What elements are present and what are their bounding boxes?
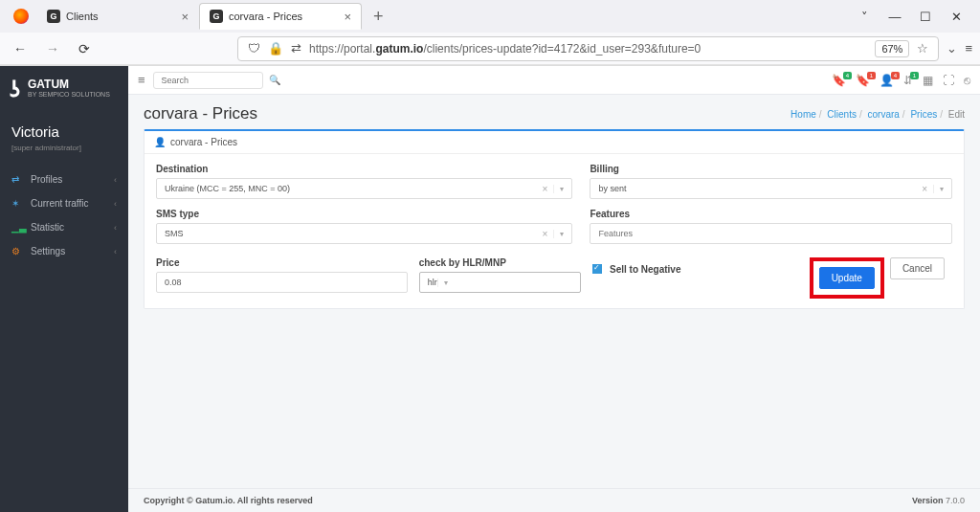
- brand-name: GATUM: [28, 78, 110, 91]
- topbar: ≡ 🔍 🔖4 🔖1 👤4 ⇵1 ▦ ⛶ ⎋: [128, 66, 980, 95]
- chevron-down-icon[interactable]: ▾: [933, 185, 944, 193]
- breadcrumb: Home/ Clients/ corvara/ Prices/ Edit: [791, 109, 965, 120]
- tab-favicon-icon: G: [47, 10, 60, 23]
- maximize-icon[interactable]: ☐: [919, 10, 932, 24]
- features-label: Features: [590, 209, 952, 219]
- permissions-icon: ⇄: [291, 41, 301, 56]
- chevron-left-icon: ‹: [114, 175, 117, 185]
- menu-icon[interactable]: ≡: [965, 41, 972, 56]
- browser-tab-clients[interactable]: G Clients ×: [36, 3, 199, 30]
- traffic-icon[interactable]: ⇵1: [903, 74, 913, 87]
- new-tab-button[interactable]: +: [368, 7, 390, 27]
- update-highlight: Update: [810, 257, 884, 299]
- expand-icon[interactable]: ⛶: [943, 74, 954, 87]
- browser-tab-prices[interactable]: G corvara - Prices ×: [199, 3, 362, 30]
- shield-icon: 🛡: [248, 41, 260, 56]
- features-input[interactable]: [590, 223, 952, 244]
- footer: Copyright © Gatum.io. All rights reserve…: [128, 488, 980, 512]
- features-field[interactable]: [598, 229, 944, 238]
- user-name: Victoria: [11, 123, 117, 140]
- forward-button[interactable]: →: [40, 37, 65, 60]
- traffic-icon: ✶: [11, 198, 23, 209]
- close-icon[interactable]: ×: [344, 10, 351, 24]
- smstype-value: SMS: [165, 229, 184, 238]
- chevron-down-icon[interactable]: ▾: [437, 278, 448, 287]
- main-area: ≡ 🔍 🔖4 🔖1 👤4 ⇵1 ▦ ⛶ ⎋ corvara - Prices H…: [128, 66, 980, 512]
- chevron-left-icon: ‹: [114, 223, 117, 233]
- user-block: Victoria [super administrator]: [0, 114, 128, 162]
- destination-label: Destination: [156, 164, 572, 174]
- sell-negative-label: Sell to Negative: [610, 264, 680, 275]
- zoom-level[interactable]: 67%: [875, 40, 909, 57]
- back-button[interactable]: ←: [8, 37, 33, 60]
- page-header: corvara - Prices Home/ Clients/ corvara/…: [128, 95, 980, 129]
- flag-icon[interactable]: ▦: [923, 74, 933, 87]
- tab-bar: G Clients × G corvara - Prices × + ˅ — ☐…: [0, 0, 980, 33]
- topbar-icons: 🔖4 🔖1 👤4 ⇵1 ▦ ⛶ ⎋: [832, 74, 970, 87]
- search-box[interactable]: 🔍: [153, 72, 263, 89]
- update-button[interactable]: Update: [819, 267, 875, 289]
- check-value: hlr: [428, 278, 437, 287]
- price-input[interactable]: [156, 272, 408, 293]
- close-icon[interactable]: ×: [181, 10, 189, 24]
- breadcrumb-home[interactable]: Home: [791, 109, 816, 120]
- browser-chrome: G Clients × G corvara - Prices × + ˅ — ☐…: [0, 0, 980, 66]
- tab-title: Clients: [66, 11, 99, 22]
- firefox-logo-icon: [13, 9, 29, 24]
- destination-value: Ukraine (MCC = 255, MNC = 00): [165, 184, 290, 193]
- user-icon: 👤: [154, 137, 166, 147]
- statistic-icon: ▁▃: [11, 222, 23, 233]
- breadcrumb-corvara[interactable]: corvara: [867, 109, 899, 120]
- sidebar-item-label: Current traffic: [31, 198, 88, 209]
- url-field[interactable]: 🛡 🔒 ⇄ https://portal.gatum.io/clients/pr…: [237, 36, 939, 61]
- sidebar-item-settings[interactable]: ⚙ Settings ‹: [0, 239, 128, 263]
- pocket-icon[interactable]: ⌄: [947, 41, 957, 56]
- footer-version: Version 7.0.0: [912, 496, 965, 505]
- address-bar: ← → ⟳ 🛡 🔒 ⇄ https://portal.gatum.io/clie…: [0, 33, 980, 65]
- destination-select[interactable]: Ukraine (MCC = 255, MNC = 00) × ▾: [156, 178, 572, 199]
- billing-value: by sent: [598, 184, 626, 193]
- breadcrumb-clients[interactable]: Clients: [827, 109, 857, 120]
- close-window-icon[interactable]: ✕: [949, 10, 963, 24]
- chevron-down-icon[interactable]: ▾: [553, 185, 564, 193]
- search-icon[interactable]: 🔍: [269, 75, 280, 85]
- cancel-button[interactable]: Cancel: [890, 257, 945, 279]
- app-root: ʖ GATUM BY SEMPICO SOLUTIONS Victoria [s…: [0, 66, 980, 512]
- sidebar-item-profiles[interactable]: ⇄ Profiles ‹: [0, 167, 128, 191]
- user-icon[interactable]: 👤4: [880, 74, 894, 87]
- notification-icon[interactable]: 🔖1: [856, 74, 870, 87]
- tab-title: corvara - Prices: [229, 11, 302, 22]
- chevron-left-icon: ‹: [114, 199, 117, 209]
- chevron-down-icon[interactable]: ▾: [553, 230, 564, 238]
- brand-logo-icon: ʖ: [10, 78, 20, 102]
- sidebar: ʖ GATUM BY SEMPICO SOLUTIONS Victoria [s…: [0, 66, 128, 512]
- hamburger-icon[interactable]: ≡: [138, 73, 145, 87]
- chevron-left-icon: ‹: [114, 247, 117, 256]
- price-field[interactable]: [165, 278, 399, 287]
- smstype-select[interactable]: SMS × ▾: [156, 223, 572, 244]
- notification-icon[interactable]: 🔖4: [832, 74, 846, 87]
- panel-title: corvara - Prices: [170, 137, 237, 147]
- price-label: Price: [156, 257, 408, 268]
- footer-copyright: Copyright © Gatum.io. All rights reserve…: [144, 496, 313, 505]
- minimize-icon[interactable]: —: [888, 10, 902, 24]
- settings-icon: ⚙: [11, 246, 23, 256]
- profiles-icon: ⇄: [11, 174, 23, 185]
- clear-icon[interactable]: ×: [543, 184, 554, 194]
- lock-icon: 🔒: [268, 41, 283, 56]
- reload-button[interactable]: ⟳: [73, 37, 96, 60]
- chevron-down-icon[interactable]: ˅: [858, 10, 871, 24]
- check-select[interactable]: hlr ▾: [419, 272, 581, 293]
- logout-icon[interactable]: ⎋: [964, 74, 970, 87]
- sidebar-item-statistic[interactable]: ▁▃ Statistic ‹: [0, 215, 128, 239]
- billing-select[interactable]: by sent × ▾: [590, 178, 952, 199]
- clear-icon[interactable]: ×: [922, 184, 933, 194]
- bookmark-icon[interactable]: ☆: [917, 41, 928, 56]
- sell-negative-checkbox[interactable]: [592, 264, 602, 274]
- panel-body: Destination Ukraine (MCC = 255, MNC = 00…: [145, 154, 964, 308]
- brand-sub: BY SEMPICO SOLUTIONS: [28, 91, 110, 99]
- clear-icon[interactable]: ×: [543, 229, 554, 239]
- search-input[interactable]: [162, 76, 269, 85]
- sidebar-item-traffic[interactable]: ✶ Current traffic ‹: [0, 191, 128, 215]
- breadcrumb-prices[interactable]: Prices: [910, 109, 937, 120]
